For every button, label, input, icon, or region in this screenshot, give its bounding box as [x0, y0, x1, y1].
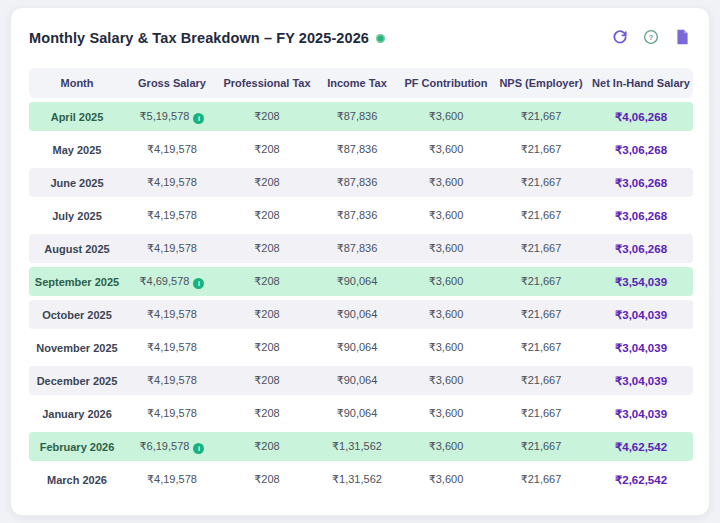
professional-tax-cell: ₹208 [219, 300, 315, 329]
income-tax-cell: ₹90,064 [315, 366, 399, 395]
month-cell: February 2026 [29, 432, 125, 461]
table-row: December 2025₹4,19,578₹208₹90,064₹3,600₹… [29, 366, 693, 395]
card-header: Monthly Salary & Tax Breakdown – FY 2025… [29, 29, 691, 47]
month-cell: April 2025 [29, 102, 125, 131]
net-in-hand-cell: ₹3,06,268 [589, 168, 693, 197]
gross-salary-cell: ₹5,19,578i [125, 102, 219, 131]
table-row: February 2026₹6,19,578i₹208₹1,31,562₹3,6… [29, 432, 693, 461]
salary-breakdown-card: Monthly Salary & Tax Breakdown – FY 2025… [10, 7, 710, 516]
table-row: July 2025₹4,19,578₹208₹87,836₹3,600₹21,6… [29, 201, 693, 230]
pf-contribution-cell: ₹3,600 [399, 102, 493, 131]
nps-employer-cell: ₹21,667 [493, 168, 589, 197]
salary-table: MonthGross SalaryProfessional TaxIncome … [29, 64, 693, 498]
pf-contribution-cell: ₹3,600 [399, 300, 493, 329]
income-tax-cell: ₹90,064 [315, 267, 399, 296]
column-header-5: NPS (Employer) [493, 68, 589, 98]
month-cell: October 2025 [29, 300, 125, 329]
month-cell: July 2025 [29, 201, 125, 230]
gross-salary-cell: ₹4,19,578 [125, 333, 219, 362]
income-tax-cell: ₹1,31,562 [315, 432, 399, 461]
pf-contribution-cell: ₹3,600 [399, 267, 493, 296]
income-tax-cell: ₹87,836 [315, 234, 399, 263]
pf-contribution-cell: ₹3,600 [399, 399, 493, 428]
export-button[interactable] [673, 29, 691, 47]
page-title: Monthly Salary & Tax Breakdown – FY 2025… [29, 30, 369, 46]
income-tax-cell: ₹87,836 [315, 102, 399, 131]
month-cell: May 2025 [29, 135, 125, 164]
net-in-hand-cell: ₹3,06,268 [589, 234, 693, 263]
nps-employer-cell: ₹21,667 [493, 102, 589, 131]
income-tax-cell: ₹87,836 [315, 168, 399, 197]
net-in-hand-cell: ₹3,04,039 [589, 399, 693, 428]
pf-contribution-cell: ₹3,600 [399, 201, 493, 230]
nps-employer-cell: ₹21,667 [493, 234, 589, 263]
net-in-hand-cell: ₹3,06,268 [589, 201, 693, 230]
nps-employer-cell: ₹21,667 [493, 135, 589, 164]
svg-text:?: ? [649, 33, 654, 42]
net-in-hand-cell: ₹3,04,039 [589, 300, 693, 329]
table-row: March 2026₹4,19,578₹208₹1,31,562₹3,600₹2… [29, 465, 693, 494]
professional-tax-cell: ₹208 [219, 201, 315, 230]
increment-info-icon[interactable]: i [193, 443, 204, 454]
gross-salary-cell: ₹4,19,578 [125, 399, 219, 428]
month-cell: March 2026 [29, 465, 125, 494]
income-tax-cell: ₹90,064 [315, 300, 399, 329]
gross-salary-cell: ₹4,19,578 [125, 135, 219, 164]
help-icon: ? [643, 29, 659, 48]
column-header-3: Income Tax [315, 68, 399, 98]
net-in-hand-cell: ₹3,54,039 [589, 267, 693, 296]
net-in-hand-cell: ₹3,06,268 [589, 135, 693, 164]
increment-info-icon[interactable]: i [193, 113, 204, 124]
pf-contribution-cell: ₹3,600 [399, 366, 493, 395]
column-header-0: Month [29, 68, 125, 98]
income-tax-cell: ₹87,836 [315, 135, 399, 164]
column-header-6: Net In-Hand Salary [589, 68, 693, 98]
increment-info-icon[interactable]: i [193, 278, 204, 289]
pf-contribution-cell: ₹3,600 [399, 168, 493, 197]
gross-salary-cell: ₹4,19,578 [125, 201, 219, 230]
month-cell: September 2025 [29, 267, 125, 296]
professional-tax-cell: ₹208 [219, 135, 315, 164]
table-row: May 2025₹4,19,578₹208₹87,836₹3,600₹21,66… [29, 135, 693, 164]
professional-tax-cell: ₹208 [219, 234, 315, 263]
gross-salary-cell: ₹4,19,578 [125, 465, 219, 494]
nps-employer-cell: ₹21,667 [493, 366, 589, 395]
refresh-button[interactable] [611, 29, 629, 47]
table-row: August 2025₹4,19,578₹208₹87,836₹3,600₹21… [29, 234, 693, 263]
export-file-icon [675, 29, 690, 48]
income-tax-cell: ₹90,064 [315, 333, 399, 362]
professional-tax-cell: ₹208 [219, 168, 315, 197]
gross-salary-cell: ₹4,19,578 [125, 300, 219, 329]
pf-contribution-cell: ₹3,600 [399, 333, 493, 362]
table-row: April 2025₹5,19,578i₹208₹87,836₹3,600₹21… [29, 102, 693, 131]
pf-contribution-cell: ₹3,600 [399, 135, 493, 164]
table-row: September 2025₹4,69,578i₹208₹90,064₹3,60… [29, 267, 693, 296]
pf-contribution-cell: ₹3,600 [399, 432, 493, 461]
professional-tax-cell: ₹208 [219, 267, 315, 296]
column-header-4: PF Contribution [399, 68, 493, 98]
nps-employer-cell: ₹21,667 [493, 267, 589, 296]
professional-tax-cell: ₹208 [219, 399, 315, 428]
pf-contribution-cell: ₹3,600 [399, 234, 493, 263]
refresh-icon [612, 29, 628, 48]
table-body: April 2025₹5,19,578i₹208₹87,836₹3,600₹21… [29, 102, 693, 494]
nps-employer-cell: ₹21,667 [493, 399, 589, 428]
table-row: October 2025₹4,19,578₹208₹90,064₹3,600₹2… [29, 300, 693, 329]
nps-employer-cell: ₹21,667 [493, 201, 589, 230]
month-cell: December 2025 [29, 366, 125, 395]
table-row: November 2025₹4,19,578₹208₹90,064₹3,600₹… [29, 333, 693, 362]
gross-salary-cell: ₹4,69,578i [125, 267, 219, 296]
gross-salary-cell: ₹4,19,578 [125, 366, 219, 395]
nps-employer-cell: ₹21,667 [493, 333, 589, 362]
month-cell: June 2025 [29, 168, 125, 197]
nps-employer-cell: ₹21,667 [493, 465, 589, 494]
help-button[interactable]: ? [642, 29, 660, 47]
professional-tax-cell: ₹208 [219, 465, 315, 494]
pf-contribution-cell: ₹3,600 [399, 465, 493, 494]
nps-employer-cell: ₹21,667 [493, 432, 589, 461]
net-in-hand-cell: ₹3,04,039 [589, 333, 693, 362]
month-cell: January 2026 [29, 399, 125, 428]
month-cell: August 2025 [29, 234, 125, 263]
gross-salary-cell: ₹6,19,578i [125, 432, 219, 461]
status-dot-icon [376, 34, 385, 43]
